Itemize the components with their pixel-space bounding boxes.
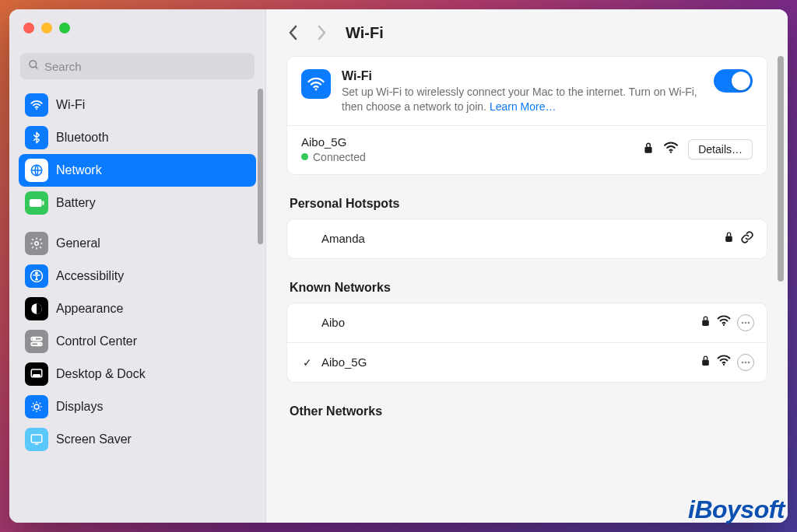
displays-icon <box>25 395 48 418</box>
learn-more-link[interactable]: Learn More… <box>490 100 556 113</box>
back-button[interactable] <box>282 21 305 44</box>
svg-point-8 <box>36 272 37 274</box>
search-icon <box>28 59 40 74</box>
sidebar-item-label: Network <box>56 163 250 177</box>
accessibility-icon <box>25 264 48 288</box>
gear-icon <box>25 232 48 255</box>
sidebar-item-label: Wi-Fi <box>56 98 250 112</box>
section-personal-hotspots: Personal Hotspots <box>290 197 767 211</box>
svg-point-20 <box>670 151 672 152</box>
list-item[interactable]: Amanda <box>287 219 767 258</box>
svg-point-2 <box>36 108 37 110</box>
sidebar-item-bluetooth[interactable]: Bluetooth <box>19 121 256 154</box>
screensaver-icon <box>25 428 48 451</box>
main-content: Wi-Fi Wi-Fi Set up Wi-Fi to wirelessly c… <box>266 9 788 523</box>
main-header: Wi-Fi <box>266 9 788 56</box>
search-input[interactable] <box>44 60 247 73</box>
desktop-dock-icon <box>25 362 48 386</box>
sidebar-item-network[interactable]: Network <box>19 154 256 187</box>
control-center-icon <box>25 330 48 353</box>
sidebar-item-label: Bluetooth <box>56 131 250 145</box>
svg-point-6 <box>35 242 39 246</box>
wifi-signal-icon <box>717 315 731 330</box>
battery-icon <box>25 191 48 215</box>
details-button[interactable]: Details… <box>688 139 753 159</box>
sidebar-item-displays[interactable]: Displays <box>19 390 256 423</box>
minimize-button[interactable] <box>41 23 52 33</box>
sidebar: Wi-Fi Bluetooth Network <box>9 9 266 523</box>
svg-point-12 <box>33 338 35 340</box>
wifi-heading: Wi-Fi <box>342 69 703 83</box>
svg-point-23 <box>723 324 725 326</box>
system-settings-window: Wi-Fi Bluetooth Network <box>9 9 788 523</box>
network-name: Aibo <box>321 316 694 329</box>
globe-icon <box>25 159 48 182</box>
more-options-button[interactable] <box>737 314 754 331</box>
section-other-networks: Other Networks <box>290 404 767 418</box>
svg-rect-4 <box>30 199 42 207</box>
list-item[interactable]: ✓ Aibo_5G <box>287 342 767 382</box>
sidebar-item-general[interactable]: General <box>19 227 256 260</box>
svg-point-18 <box>315 89 318 91</box>
sidebar-scrollbar[interactable] <box>258 89 263 244</box>
wifi-signal-icon <box>663 142 679 157</box>
svg-point-28 <box>723 364 725 366</box>
svg-rect-22 <box>702 320 709 327</box>
wifi-icon <box>301 69 331 99</box>
lock-icon <box>700 315 711 330</box>
checkmark-icon: ✓ <box>300 356 315 369</box>
link-icon <box>740 230 754 247</box>
search-field[interactable] <box>20 53 255 79</box>
sidebar-item-controlcenter[interactable]: Control Center <box>19 325 256 358</box>
sidebar-item-label: Accessibility <box>56 269 250 283</box>
svg-point-30 <box>745 361 747 363</box>
wifi-icon <box>25 93 48 117</box>
close-button[interactable] <box>23 23 34 33</box>
sidebar-item-wifi[interactable]: Wi-Fi <box>19 89 256 121</box>
svg-point-0 <box>30 60 37 67</box>
known-networks-list: Aibo ✓ Aibo_5G <box>286 303 767 383</box>
forward-button[interactable] <box>310 21 333 44</box>
svg-point-31 <box>748 361 750 363</box>
lock-icon <box>724 231 734 246</box>
appearance-icon <box>25 297 48 320</box>
main-scroll[interactable]: Wi-Fi Set up Wi-Fi to wirelessly connect… <box>266 56 788 523</box>
sidebar-item-label: Displays <box>56 400 250 414</box>
svg-rect-5 <box>43 201 44 205</box>
sidebar-scroll[interactable]: Wi-Fi Bluetooth Network <box>9 89 265 523</box>
svg-point-29 <box>742 361 744 363</box>
more-options-button[interactable] <box>737 354 754 371</box>
lock-icon <box>700 355 711 369</box>
svg-point-26 <box>748 321 750 324</box>
svg-rect-15 <box>33 375 40 376</box>
current-network-name: Aibo_5G <box>301 135 634 149</box>
wifi-description: Wi-Fi Set up Wi-Fi to wirelessly connect… <box>342 69 703 114</box>
sidebar-item-label: General <box>56 236 250 250</box>
sidebar-item-accessibility[interactable]: Accessibility <box>19 260 256 292</box>
svg-rect-19 <box>645 147 652 153</box>
svg-rect-17 <box>31 435 42 443</box>
maximize-button[interactable] <box>59 23 70 33</box>
svg-point-24 <box>742 321 744 324</box>
wifi-toggle[interactable] <box>714 69 753 93</box>
sidebar-item-appearance[interactable]: Appearance <box>19 292 256 325</box>
main-scrollbar[interactable] <box>778 56 784 282</box>
connection-status: Connected <box>313 151 366 163</box>
sidebar-item-label: Control Center <box>56 334 250 348</box>
network-name: Aibo_5G <box>321 355 694 369</box>
sidebar-item-label: Screen Saver <box>56 432 250 446</box>
svg-rect-27 <box>702 360 709 366</box>
list-item[interactable]: Aibo <box>287 303 767 342</box>
sidebar-item-label: Appearance <box>56 302 250 316</box>
svg-point-16 <box>34 404 39 409</box>
sidebar-item-desktopdock[interactable]: Desktop & Dock <box>19 358 256 390</box>
sidebar-item-label: Battery <box>56 196 250 210</box>
page-title: Wi-Fi <box>346 24 384 42</box>
sidebar-item-battery[interactable]: Battery <box>19 187 256 219</box>
sidebar-item-screensaver[interactable]: Screen Saver <box>19 423 256 456</box>
section-known-networks: Known Networks <box>290 281 767 295</box>
hotspots-list: Amanda <box>286 219 767 259</box>
bluetooth-icon <box>25 126 48 149</box>
svg-point-25 <box>745 321 747 324</box>
window-controls <box>9 9 265 47</box>
